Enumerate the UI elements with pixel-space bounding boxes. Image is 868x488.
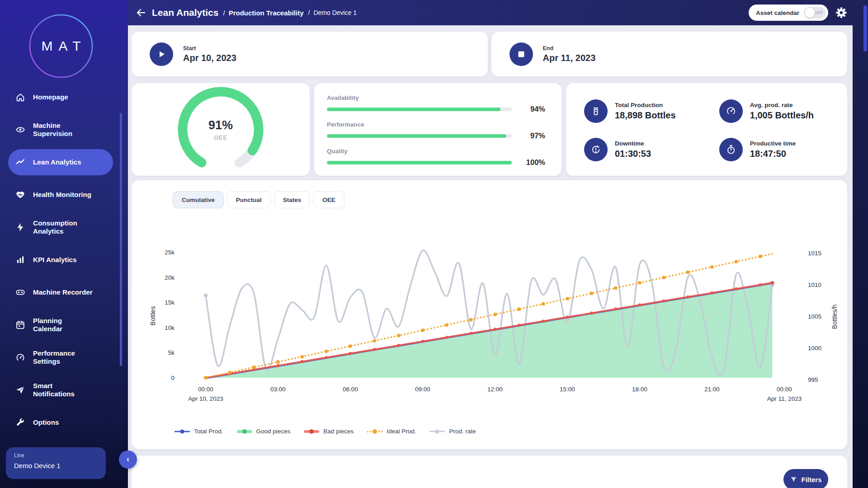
tab-punctual[interactable]: Punctual <box>227 191 271 208</box>
mat-logo: MAT <box>29 14 93 78</box>
chart-tabs: CumulativePunctualStatesOEE <box>173 191 847 208</box>
kpi-progress-fill <box>327 134 506 138</box>
bar-chart-icon <box>15 255 25 265</box>
heart-pulse-icon <box>15 190 25 200</box>
sidebar-item-options[interactable]: Options <box>0 406 128 439</box>
stat-productive-time: Productive time18:47:50 <box>719 135 834 165</box>
calendar-icon <box>15 320 25 330</box>
arrow-left-icon <box>136 7 146 18</box>
sidebar-item-kpi-analytics[interactable]: KPI Analytics <box>0 244 128 276</box>
asset-calendar-label: Asset calendar <box>756 9 799 16</box>
sidebar-item-health-monitoring[interactable]: Health Monitoring <box>0 178 128 211</box>
sidebar-item-lean-analytics[interactable]: Lean Analytics <box>8 149 113 175</box>
sidebar-item-planning-calendar[interactable]: Planning Calendar <box>0 309 128 341</box>
sidebar-collapse-button[interactable]: ‹ <box>119 450 137 469</box>
sidebar-item-consumption-analytics[interactable]: Consumption Analytics <box>0 211 128 244</box>
svg-text:Apr 10, 2023: Apr 10, 2023 <box>188 395 223 402</box>
production-chart-card: CumulativePunctualStatesOEE 05k10k15k20k… <box>132 180 847 449</box>
svg-text:5k: 5k <box>168 349 175 356</box>
kpi-label: Performance <box>327 121 545 128</box>
kpi-value: 97% <box>522 131 545 140</box>
svg-text:21:00: 21:00 <box>704 386 720 393</box>
legend-item-prod-rate[interactable]: Prod. rate <box>429 428 476 435</box>
kpi-progress-track <box>327 161 512 164</box>
kpi-progress-track <box>327 134 512 138</box>
end-label: End <box>543 45 596 52</box>
logo-text: MAT <box>29 14 93 78</box>
end-date-value: Apr 11, 2023 <box>543 53 596 63</box>
stat-downtime: Downtime01:30:53 <box>584 135 719 165</box>
svg-text:12:00: 12:00 <box>487 386 503 393</box>
svg-text:09:00: 09:00 <box>415 386 430 393</box>
settings-gear-icon[interactable] <box>835 7 847 19</box>
svg-text:20k: 20k <box>165 274 175 281</box>
stat-label: Total Production <box>615 102 676 108</box>
line-selector-label: Line <box>14 452 98 459</box>
legend-item-total-prod[interactable]: Total Prod. <box>175 428 223 435</box>
speedometer-icon <box>719 99 743 123</box>
svg-text:Apr 11, 2023: Apr 11, 2023 <box>767 395 802 402</box>
tab-cumulative[interactable]: Cumulative <box>173 191 224 208</box>
oee-value: 91% <box>208 118 233 132</box>
start-date-card[interactable]: Start Apr 10, 2023 <box>132 32 488 76</box>
page-scrollbar-thumb[interactable] <box>863 5 867 52</box>
oee-gauge: 91% OEE <box>178 87 264 173</box>
sidebar-item-label: Machine Supervision <box>33 122 72 138</box>
wrench-icon <box>15 418 25 427</box>
svg-text:0: 0 <box>171 375 175 381</box>
kpi-progress-track <box>327 108 512 111</box>
sidebar: MAT HomepageMachine SupervisionLean Anal… <box>0 0 128 488</box>
kpi-progress-fill <box>327 161 512 164</box>
tab-states[interactable]: States <box>274 191 311 208</box>
legend-item-good-pieces[interactable]: Good pieces <box>237 428 291 435</box>
filters-button-label: Filters <box>801 476 821 483</box>
legend-swatch-rate <box>429 429 445 434</box>
sidebar-item-label: Consumption Analytics <box>33 219 77 235</box>
production-icon <box>584 99 608 123</box>
sidebar-item-smart-notifications[interactable]: Smart Notifications <box>0 374 128 406</box>
legend-label: Good pieces <box>256 428 291 435</box>
recorder-icon <box>15 287 25 297</box>
filters-button[interactable]: Filters <box>783 469 828 488</box>
end-date-card[interactable]: End Apr 11, 2023 <box>491 32 848 76</box>
tab-oee[interactable]: OEE <box>313 191 344 208</box>
asset-calendar-switch[interactable]: OFF <box>804 7 826 19</box>
legend-item-bad-pieces[interactable]: Bad pieces <box>304 428 354 435</box>
line-selector-value: Demo Device 1 <box>14 462 98 469</box>
sidebar-item-machine-recorder[interactable]: Machine Recorder <box>0 276 128 309</box>
kpi-value: 94% <box>522 105 545 113</box>
svg-text:00:00: 00:00 <box>777 386 792 393</box>
sidebar-item-label: Health Monitoring <box>33 191 91 199</box>
sidebar-item-label: Smart Notifications <box>33 382 75 398</box>
line-selector-card[interactable]: Line Demo Device 1 <box>6 447 106 479</box>
line-chart-icon <box>15 157 25 167</box>
sidebar-item-label: Options <box>33 418 59 427</box>
production-stats-card: Total Production18,898 BottlesAvg. prod.… <box>566 83 847 176</box>
asset-calendar-toggle-pill[interactable]: Asset calendar OFF <box>749 5 828 21</box>
back-button[interactable] <box>136 6 149 19</box>
kpi-label: Availability <box>327 94 545 101</box>
kpi-row-quality: Quality100% <box>327 148 545 167</box>
stat-avg-prod-rate: Avg. prod. rate1,005 Bottles/h <box>719 96 834 127</box>
legend-item-ideal-prod[interactable]: Ideal Prod. <box>367 428 416 435</box>
sidebar-item-machine-supervision[interactable]: Machine Supervision <box>0 113 128 146</box>
stat-value: 01:30:53 <box>615 149 651 159</box>
sidebar-item-homepage[interactable]: Homepage <box>0 81 128 113</box>
stop-icon <box>509 42 533 66</box>
sidebar-scrollbar[interactable] <box>120 113 122 366</box>
breadcrumb-item-2[interactable]: /Demo Device 1 <box>308 9 357 16</box>
legend-label: Ideal Prod. <box>387 428 416 435</box>
legend-swatch-ideal <box>367 429 382 434</box>
sidebar-item-label: Homepage <box>33 93 68 101</box>
page-scrollbar-track <box>853 0 868 488</box>
send-icon <box>15 385 25 395</box>
breadcrumb-item-1[interactable]: /Production Traceability <box>223 9 303 17</box>
svg-text:06:00: 06:00 <box>343 386 358 393</box>
main-content: Start Apr 10, 2023 End Apr 11, 2023 91% … <box>128 25 853 488</box>
page-title: Lean Analytics <box>152 7 218 18</box>
sidebar-item-label: Planning Calendar <box>33 317 62 333</box>
stat-label: Avg. prod. rate <box>750 102 814 108</box>
sidebar-item-performance-settings[interactable]: Performance Settings <box>0 341 128 374</box>
kpi-label: Quality <box>327 148 545 155</box>
gauge-icon <box>15 352 25 362</box>
